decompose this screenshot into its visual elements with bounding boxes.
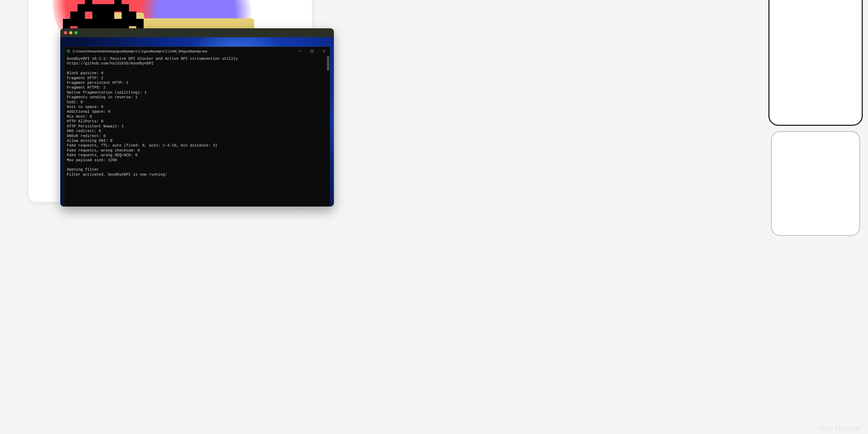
svg-rect-3 bbox=[311, 50, 313, 53]
console-output[interactable]: GoodbyeDPI v0.2.1: Passive DPI blocker a… bbox=[64, 55, 330, 207]
windows-console-title: C:\Users\Alexandra\Desktop\goodbyedpi-0.… bbox=[72, 49, 294, 53]
background-device-frame bbox=[768, 0, 863, 126]
watermark: SOFTPEDIA® bbox=[819, 425, 863, 433]
windows-console-controls bbox=[294, 47, 330, 55]
background-device-frame-secondary bbox=[771, 131, 860, 236]
windows-console-window: C:\Users\Alexandra\Desktop\goodbyedpi-0.… bbox=[64, 46, 330, 207]
windows-console-titlebar[interactable]: C:\Users\Alexandra\Desktop\goodbyedpi-0.… bbox=[64, 47, 330, 55]
mac-window-body: C:\Users\Alexandra\Desktop\goodbyedpi-0.… bbox=[60, 37, 334, 207]
app-icon bbox=[66, 49, 70, 53]
screenshot-window: C:\Users\Alexandra\Desktop\goodbyedpi-0.… bbox=[60, 28, 334, 207]
minimize-button[interactable] bbox=[294, 47, 306, 55]
maximize-button[interactable] bbox=[306, 47, 318, 55]
close-button[interactable] bbox=[318, 47, 330, 55]
scrollbar-thumb[interactable] bbox=[327, 56, 330, 70]
traffic-light-minimize-icon[interactable] bbox=[69, 31, 72, 34]
traffic-light-zoom-icon[interactable] bbox=[74, 31, 78, 34]
mac-titlebar bbox=[60, 28, 334, 37]
traffic-light-close-icon[interactable] bbox=[64, 31, 67, 34]
console-text: GoodbyeDPI v0.2.1: Passive DPI blocker a… bbox=[67, 57, 238, 177]
